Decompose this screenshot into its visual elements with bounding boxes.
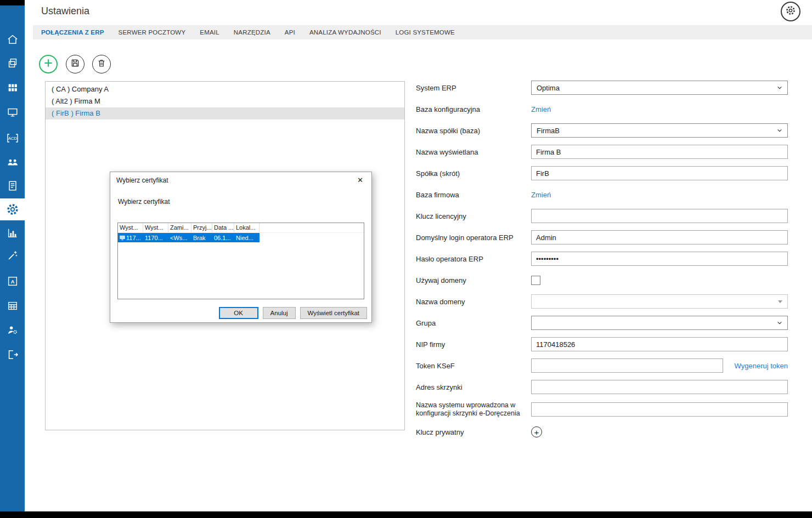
sidebar-item-logout[interactable] xyxy=(0,345,25,364)
sidebar-item-dictionary[interactable]: A xyxy=(0,272,25,291)
field-label: Baza konfiguracyjna xyxy=(416,105,531,113)
form-row-haslo-operatora: Hasło operatora ERP xyxy=(416,252,788,266)
change-config-db-link[interactable]: Zmień xyxy=(531,105,551,113)
form-row-nazwa-wyswietlana: Nazwa wyświetlana xyxy=(416,145,788,159)
taskbar-strip xyxy=(0,511,812,518)
sidebar-item-operators[interactable] xyxy=(0,321,25,339)
sidebar-item-documents[interactable] xyxy=(0,54,25,72)
add-private-key-button[interactable]: + xyxy=(531,426,542,437)
erp-operator-login-input[interactable] xyxy=(531,230,788,244)
edelivery-system-name-input[interactable] xyxy=(531,402,788,417)
system-erp-select[interactable]: Optima xyxy=(531,81,788,95)
dialog-title: Wybierz certyfikat xyxy=(116,177,168,184)
sidebar: ACD A xyxy=(0,0,25,511)
column-header[interactable]: Wyst... xyxy=(118,223,143,232)
sidebar-item-contacts[interactable] xyxy=(0,153,25,172)
sidebar-item-modules[interactable] xyxy=(0,78,25,97)
field-label: Hasło operatora ERP xyxy=(416,255,531,263)
list-item-company-a[interactable]: ( CA ) Company A xyxy=(46,83,404,95)
use-domain-checkbox[interactable] xyxy=(531,276,540,285)
cell-value: Nied... xyxy=(236,235,253,241)
form-row-nazwa-spolki-baza: Nazwa spółki (baza) FirmaB xyxy=(416,123,788,138)
assistant-badge-button[interactable] xyxy=(781,2,800,21)
field-label: NIP firmy xyxy=(416,340,531,349)
sidebar-item-automation[interactable] xyxy=(0,246,25,265)
column-header[interactable]: Wyst... xyxy=(143,223,168,232)
tab-analiza-wydajnosci[interactable]: ANALIZA WYDAJNOŚCI xyxy=(309,29,381,36)
cell-value: 06.1... xyxy=(214,235,231,241)
mailbox-address-input[interactable] xyxy=(531,380,788,394)
column-header[interactable]: Zami... xyxy=(168,223,191,232)
operators-icon xyxy=(6,324,19,336)
form-row-nip-firmy: NIP firmy xyxy=(416,337,788,351)
field-label: Klucz licencyjny xyxy=(416,212,531,220)
form-row-grupa: Grupa xyxy=(416,316,788,330)
form-row-spolka-skrot: Spółka (skrót) xyxy=(416,166,788,180)
tab-polaczenia-z-erp[interactable]: POŁĄCZENIA Z ERP xyxy=(41,29,104,36)
form-row-nazwa-systemu-edoreczenia: Nazwa systemu wprowadzona w konfiguracji… xyxy=(416,401,788,418)
form-row-baza-firmowa: Baza firmowa Zmień xyxy=(416,187,788,202)
erp-operator-password-input[interactable] xyxy=(531,252,788,266)
cell-value: 117... xyxy=(126,235,141,241)
ksef-token-input[interactable] xyxy=(531,358,723,373)
certificate-row-selected[interactable]: 117... 1170... <Ws... Brak 06.1... Nied.… xyxy=(118,233,260,242)
dialog-buttons: OK Anuluj Wyświetl certyfikat xyxy=(219,307,367,319)
list-item-firma-b[interactable]: ( FirB ) Firma B xyxy=(46,107,404,119)
field-label: Używaj domeny xyxy=(416,276,531,284)
column-header[interactable]: Lokal... xyxy=(234,223,260,232)
field-label: Spółka (skrót) xyxy=(416,169,531,178)
save-connection-button[interactable] xyxy=(66,55,84,73)
generate-token-link[interactable]: Wygeneruj token xyxy=(735,362,788,370)
domain-name-select[interactable] xyxy=(531,294,788,309)
form-row-klucz-prywatny: Klucz prywatny + xyxy=(416,425,788,439)
field-label: Klucz prywatny xyxy=(416,428,531,436)
tab-serwer-pocztowy[interactable]: SERWER POCZTOWY xyxy=(119,29,186,36)
trash-icon xyxy=(97,58,106,70)
selected-value: Optima xyxy=(537,84,560,92)
tab-narzedzia[interactable]: NARZĘDZIA xyxy=(234,29,270,36)
dialog-titlebar[interactable]: Wybierz certyfikat ✕ xyxy=(110,172,371,188)
field-label: Nazwa domeny xyxy=(416,298,531,306)
close-icon[interactable]: ✕ xyxy=(355,175,365,185)
group-select[interactable] xyxy=(531,316,788,330)
tab-logi-systemowe[interactable]: LOGI SYSTEMOWE xyxy=(396,29,455,36)
sidebar-item-schedule[interactable] xyxy=(0,297,25,315)
logout-icon xyxy=(7,349,19,361)
form-row-system-erp: System ERP Optima xyxy=(416,81,788,95)
company-short-input[interactable] xyxy=(531,166,788,180)
sidebar-item-statistics[interactable] xyxy=(0,224,25,242)
company-db-select[interactable]: FirmaB xyxy=(531,123,788,138)
cancel-button[interactable]: Anuluj xyxy=(263,307,296,319)
assistant-gear-icon xyxy=(784,4,797,19)
field-label: Baza firmowa xyxy=(416,191,531,199)
chevron-down-icon xyxy=(777,320,782,326)
tab-email[interactable]: EMAIL xyxy=(200,29,219,36)
company-nip-input[interactable] xyxy=(531,337,788,351)
license-key-input[interactable] xyxy=(531,209,788,223)
view-certificate-button[interactable]: Wyświetl certyfikat xyxy=(300,307,367,319)
save-floppy-icon xyxy=(70,58,80,70)
add-plus-icon xyxy=(43,58,54,71)
ok-button[interactable]: OK xyxy=(219,307,258,319)
home-icon xyxy=(7,33,19,45)
delete-connection-button[interactable] xyxy=(92,55,111,73)
tab-api[interactable]: API xyxy=(285,29,295,36)
change-company-db-link[interactable]: Zmień xyxy=(531,191,551,199)
column-header[interactable]: Data ... xyxy=(212,223,234,232)
schedule-grid-icon xyxy=(7,300,19,312)
form-row-nazwa-domeny: Nazwa domeny xyxy=(416,294,788,309)
display-name-input[interactable] xyxy=(531,145,788,159)
certificate-icon xyxy=(120,235,125,241)
list-item-firma-m[interactable]: ( Alt2 ) Firma M xyxy=(46,95,404,107)
settings-tabbar: POŁĄCZENIA Z ERP SERWER POCZTOWY EMAIL N… xyxy=(33,25,812,39)
cell-value: 1170... xyxy=(145,235,163,241)
sidebar-item-document-sync[interactable] xyxy=(0,177,25,195)
sidebar-item-acd[interactable]: ACD xyxy=(0,129,25,147)
add-connection-button[interactable] xyxy=(39,55,58,73)
documents-icon xyxy=(7,57,19,69)
sidebar-item-workstation[interactable] xyxy=(0,103,25,122)
connection-form: System ERP Optima Baza konfiguracyjna Zm… xyxy=(416,81,788,446)
sidebar-item-settings[interactable] xyxy=(0,198,25,220)
sidebar-item-home[interactable] xyxy=(0,30,25,49)
column-header[interactable]: Przyj... xyxy=(191,223,212,232)
